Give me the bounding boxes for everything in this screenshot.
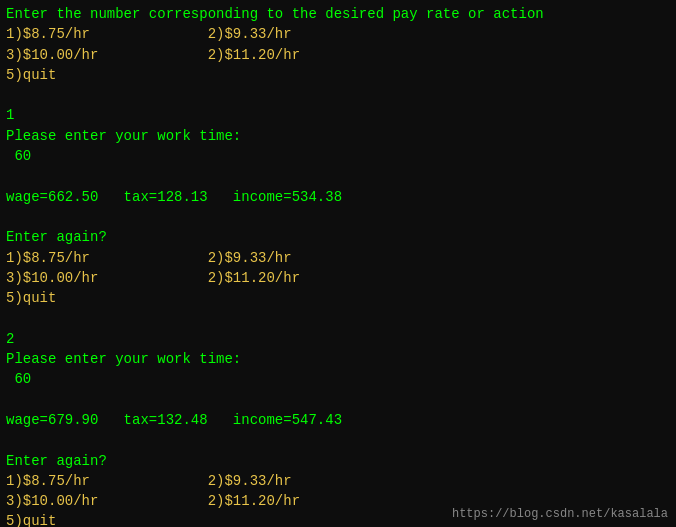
terminal-line: wage=679.90 tax=132.48 income=547.43 [6,410,670,430]
terminal-line: Please enter your work time: [6,126,670,146]
terminal-output: Enter the number corresponding to the de… [6,4,670,527]
terminal-line: 3)$10.00/hr 2)$11.20/hr [6,45,670,65]
terminal-line: Enter again? [6,451,670,471]
terminal-line: 1)$8.75/hr 2)$9.33/hr [6,471,670,491]
terminal-line [6,308,670,328]
terminal-line: wage=662.50 tax=128.13 income=534.38 [6,187,670,207]
terminal-window: Enter the number corresponding to the de… [0,0,676,527]
terminal-line: Enter again? [6,227,670,247]
watermark-text: https://blog.csdn.net/kasalala [452,507,668,521]
terminal-line [6,430,670,450]
terminal-line: Enter the number corresponding to the de… [6,4,670,24]
terminal-line [6,207,670,227]
terminal-line: 2 [6,329,670,349]
terminal-line: 5)quit [6,65,670,85]
terminal-line: 60 [6,369,670,389]
terminal-line: 60 [6,146,670,166]
terminal-line: 1)$8.75/hr 2)$9.33/hr [6,24,670,44]
terminal-line: 1)$8.75/hr 2)$9.33/hr [6,248,670,268]
terminal-line: 5)quit [6,288,670,308]
terminal-line: 1 [6,105,670,125]
terminal-line [6,85,670,105]
terminal-line [6,390,670,410]
terminal-line: 3)$10.00/hr 2)$11.20/hr [6,268,670,288]
terminal-line [6,166,670,186]
terminal-line: Please enter your work time: [6,349,670,369]
